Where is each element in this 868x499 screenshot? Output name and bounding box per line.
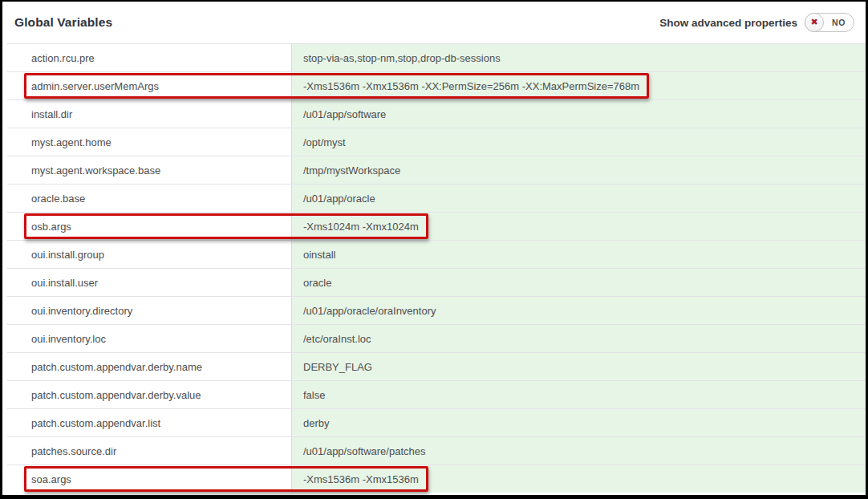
variable-key: admin.server.userMemArgs	[31, 80, 159, 92]
variable-key-cell: myst.agent.workspace.base	[7, 156, 291, 184]
variable-value: -Xms1024m -Xmx1024m	[303, 221, 419, 233]
variable-value: /u01/app/software	[303, 108, 386, 120]
table-row[interactable]: patches.source.dir /u01/app/software/pat…	[7, 436, 866, 465]
variable-value-cell[interactable]: /u01/app/oracle	[291, 185, 866, 212]
toggle-knob[interactable]: ✖	[805, 13, 824, 32]
variable-value-cell[interactable]: derby	[291, 409, 866, 436]
table-row[interactable]: admin.server.userMemArgs -Xms1536m -Xmx1…	[7, 71, 866, 99]
table-row[interactable]: oracle.base /u01/app/oracle	[7, 184, 866, 212]
variable-key-cell: myst.agent.home	[7, 128, 291, 156]
variable-value: DERBY_FLAG	[303, 361, 372, 373]
variable-key-cell: osb.args	[7, 213, 291, 240]
variable-value: stop-via-as,stop-nm,stop,drop-db-session…	[303, 52, 501, 64]
variable-key: oui.inventory.loc	[31, 333, 106, 345]
advanced-properties-control: Show advanced properties ✖ NO	[659, 13, 854, 32]
variable-value-cell[interactable]: /u01/app/oracle/oraInventory	[291, 297, 866, 324]
table-row[interactable]: patch.custom.appendvar.list derby	[7, 408, 866, 436]
page-title: Global Variables	[14, 15, 112, 30]
variable-key: oracle.base	[31, 193, 85, 205]
table-row[interactable]: soa.args -Xms1536m -Xmx1536m	[7, 465, 866, 493]
variable-value: /u01/app/software/patches	[303, 445, 426, 457]
variable-value-cell[interactable]: oinstall	[291, 241, 866, 268]
variable-value: -Xms1536m -Xmx1536m	[303, 473, 419, 485]
table-row[interactable]: myst.agent.home /opt/myst	[7, 128, 866, 156]
variable-value-cell[interactable]: DERBY_FLAG	[291, 353, 866, 380]
variable-key-cell: soa.args	[7, 465, 291, 493]
variable-key: myst.agent.workspace.base	[31, 164, 160, 176]
variable-value-cell[interactable]: false	[291, 381, 866, 408]
variable-key-cell: oui.inventory.directory	[7, 297, 291, 324]
variable-key-cell: oui.install.group	[7, 241, 291, 268]
variable-value-cell[interactable]: /u01/app/software	[291, 100, 866, 128]
variable-key-cell: oui.install.user	[7, 269, 291, 296]
variable-key: soa.args	[31, 473, 71, 485]
variable-value: /u01/app/oracle/oraInventory	[303, 305, 436, 317]
variable-value-cell[interactable]: /u01/app/software/patches	[291, 437, 866, 465]
variable-value-cell[interactable]: -Xms1024m -Xmx1024m	[291, 213, 866, 240]
table-row[interactable]: oui.install.group oinstall	[7, 240, 866, 268]
variable-value: /u01/app/oracle	[303, 193, 375, 205]
x-icon: ✖	[810, 18, 817, 26]
variable-key: action.rcu.pre	[31, 52, 95, 64]
variable-value: /opt/myst	[303, 136, 346, 148]
toggle-label: Show advanced properties	[659, 17, 797, 29]
table-row[interactable]: oui.inventory.loc /etc/oraInst.loc	[7, 324, 866, 352]
page-header: Global Variables Show advanced propertie…	[2, 2, 866, 43]
variable-key-cell: patches.source.dir	[7, 437, 291, 465]
table-row[interactable]: patch.custom.appendvar.derby.value false	[7, 380, 866, 408]
table-row[interactable]: osb.args -Xms1024m -Xmx1024m	[7, 212, 866, 240]
table-row[interactable]: install.dir /u01/app/software	[7, 99, 866, 128]
variable-value-cell[interactable]: /tmp/mystWorkspace	[291, 156, 866, 184]
app-window: Global Variables Show advanced propertie…	[0, 0, 868, 499]
variable-value: oracle	[303, 277, 331, 289]
variable-value: oinstall	[303, 249, 335, 261]
table-row[interactable]: oui.inventory.directory /u01/app/oracle/…	[7, 296, 866, 324]
variable-key-cell: action.rcu.pre	[7, 44, 291, 71]
variable-key: osb.args	[31, 221, 71, 233]
variables-table: action.rcu.pre stop-via-as,stop-nm,stop,…	[7, 43, 866, 493]
variable-key: oui.inventory.directory	[31, 305, 132, 317]
variable-key-cell: patch.custom.appendvar.derby.value	[7, 381, 291, 408]
variable-value: -Xms1536m -Xmx1536m -XX:PermSize=256m -X…	[303, 80, 639, 92]
variable-key: myst.agent.home	[31, 136, 112, 148]
variable-key-cell: patch.custom.appendvar.derby.name	[7, 353, 291, 380]
variable-value: /etc/oraInst.loc	[303, 333, 371, 345]
toggle-state-label: NO	[824, 18, 854, 27]
variable-key: patch.custom.appendvar.list	[31, 417, 160, 429]
variable-value-cell[interactable]: oracle	[291, 269, 866, 296]
variable-key-cell: admin.server.userMemArgs	[7, 72, 291, 99]
variable-key: patch.custom.appendvar.derby.name	[31, 361, 202, 373]
variable-value-cell[interactable]: -Xms1536m -Xmx1536m -XX:PermSize=256m -X…	[291, 72, 866, 99]
table-row[interactable]: myst.agent.workspace.base /tmp/mystWorks…	[7, 156, 866, 184]
variable-value-cell[interactable]: -Xms1536m -Xmx1536m	[291, 465, 866, 493]
variable-value-cell[interactable]: /opt/myst	[291, 128, 866, 156]
variable-value: false	[303, 389, 325, 401]
variable-key-cell: patch.custom.appendvar.list	[7, 409, 291, 436]
variable-key: patches.source.dir	[31, 445, 116, 457]
variable-value: derby	[303, 417, 330, 429]
variable-value: /tmp/mystWorkspace	[303, 164, 400, 176]
variable-key-cell: install.dir	[7, 100, 291, 128]
advanced-properties-toggle[interactable]: ✖ NO	[805, 13, 854, 32]
variable-key: oui.install.group	[31, 249, 104, 261]
variable-key: patch.custom.appendvar.derby.value	[31, 389, 201, 401]
variable-key: oui.install.user	[31, 277, 98, 289]
variable-key-cell: oui.inventory.loc	[7, 325, 291, 352]
table-row[interactable]: action.rcu.pre stop-via-as,stop-nm,stop,…	[7, 43, 866, 71]
table-row[interactable]: patch.custom.appendvar.derby.name DERBY_…	[7, 352, 866, 380]
table-row[interactable]: oui.install.user oracle	[7, 268, 866, 296]
variable-key: install.dir	[31, 108, 72, 120]
variable-value-cell[interactable]: stop-via-as,stop-nm,stop,drop-db-session…	[291, 44, 866, 71]
variable-value-cell[interactable]: /etc/oraInst.loc	[291, 325, 866, 352]
variable-key-cell: oracle.base	[7, 185, 291, 212]
